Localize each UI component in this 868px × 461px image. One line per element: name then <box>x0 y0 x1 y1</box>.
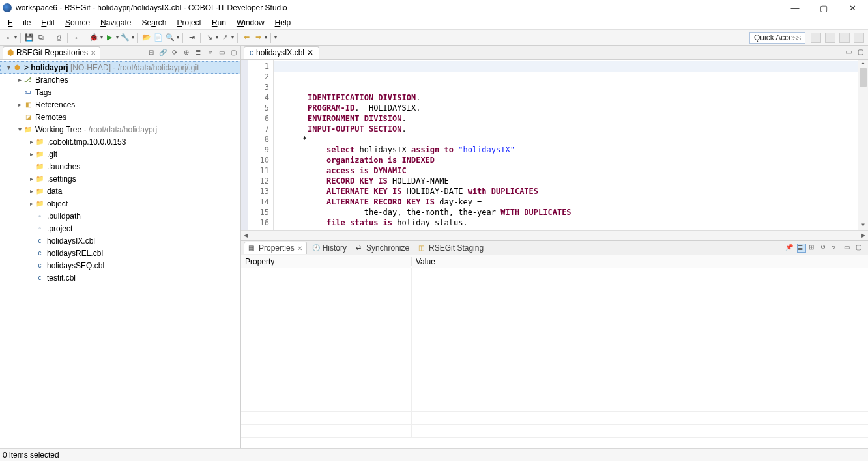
property-row[interactable] <box>241 281 868 294</box>
code-content[interactable]: IDENTIFICATION DIVISION.PROGRAM-ID. HOLI… <box>274 60 858 230</box>
categories-button[interactable]: ≣ <box>797 244 806 253</box>
search-dropdown[interactable]: ▾ <box>177 35 179 40</box>
tree-item[interactable]: cholidaysREL.cbl <box>0 247 240 259</box>
expander-icon[interactable]: ▾ <box>16 126 23 133</box>
expander-icon[interactable]: ▸ <box>16 76 23 83</box>
tree-tags[interactable]: ▸ 🏷 Tags <box>0 86 240 98</box>
view-action-1[interactable]: ⟳ <box>170 48 179 57</box>
col-property[interactable]: Property <box>241 257 412 266</box>
tree-remotes[interactable]: ▸ ◪ Remotes <box>0 111 240 123</box>
fold-column[interactable] <box>241 60 248 230</box>
open-perspective-button[interactable] <box>811 33 821 43</box>
expander-icon[interactable]: ▾ <box>5 64 12 71</box>
tree-item[interactable]: ▸📁data <box>0 185 240 197</box>
property-row[interactable] <box>241 385 868 398</box>
tree-item[interactable]: ▸📁object <box>0 197 240 210</box>
view-menu-button[interactable]: ▿ <box>832 244 841 253</box>
tab-history[interactable]: 🕘 History <box>308 242 351 254</box>
perspective-debug[interactable] <box>839 33 850 43</box>
prev-annotation-button[interactable]: ↗ <box>220 33 230 43</box>
menu-run[interactable]: Run <box>207 17 231 29</box>
tree-item[interactable]: ▸📁.launches <box>0 160 240 173</box>
close-window-button[interactable]: ✕ <box>845 0 860 16</box>
new-button[interactable]: ▫ <box>3 33 13 43</box>
print-button[interactable]: ⎙ <box>53 33 64 43</box>
maximize-button[interactable]: ▢ <box>816 0 832 16</box>
menu-file[interactable]: File <box>3 17 36 29</box>
minimize-view-button[interactable]: ▭ <box>844 244 853 253</box>
minimize-editor-button[interactable]: ▭ <box>846 48 855 57</box>
tree-item[interactable]: ctestit.cbl <box>0 272 240 284</box>
horizontal-scrollbar[interactable]: ◀ ▶ <box>241 230 868 240</box>
tree-item[interactable]: ▫.buildpath <box>0 210 240 222</box>
external-tools-dropdown[interactable]: ▾ <box>132 35 134 40</box>
tree-item[interactable]: cholidaysIX.cbl <box>0 234 240 247</box>
expander-icon[interactable]: ▸ <box>16 101 23 108</box>
menu-navigate[interactable]: Navigate <box>95 17 136 29</box>
save-all-button[interactable]: ⧉ <box>36 33 46 43</box>
tree-item[interactable]: ▸📁.settings <box>0 173 240 185</box>
menu-help[interactable]: Help <box>270 17 297 29</box>
indent-button[interactable]: ⇥ <box>186 33 197 43</box>
toggle-breakpoint-button[interactable]: ◦ <box>71 33 81 43</box>
col-value[interactable]: Value <box>412 257 868 266</box>
link-editor-button[interactable]: 🔗 <box>158 48 167 57</box>
forward-button[interactable]: ➡ <box>253 33 263 43</box>
menu-edit[interactable]: Edit <box>36 17 60 29</box>
collapse-all-button[interactable]: ⊟ <box>147 48 156 57</box>
open-type-button[interactable]: 📂 <box>141 33 152 43</box>
property-row[interactable] <box>241 412 868 425</box>
external-tools-button[interactable]: 🔧 <box>120 33 130 43</box>
property-row[interactable] <box>241 359 868 372</box>
back-button[interactable]: ⬅ <box>241 33 252 43</box>
property-row[interactable] <box>241 320 868 333</box>
property-row[interactable] <box>241 372 868 385</box>
close-tab-icon[interactable]: ✕ <box>91 49 96 57</box>
scroll-right-arrow[interactable]: ▶ <box>861 232 865 238</box>
property-row[interactable] <box>241 268 868 281</box>
scroll-down-arrow[interactable]: ▼ <box>858 222 868 230</box>
maximize-view-button[interactable]: ▢ <box>229 48 238 57</box>
minimize-button[interactable]: — <box>787 0 803 16</box>
repo-tree[interactable]: ▾ ⬢ > holidayprj [NO-HEAD] - /root/data/… <box>0 60 240 448</box>
tree-item[interactable]: ▫.project <box>0 222 240 234</box>
scroll-up-arrow[interactable]: ▲ <box>858 60 868 68</box>
code-editor[interactable]: 12345678910111213141516 IDENTIFICATION D… <box>241 60 868 230</box>
perspective-git[interactable] <box>854 33 864 43</box>
new-dropdown[interactable]: ▾ <box>14 35 17 40</box>
debug-dropdown[interactable]: ▾ <box>100 35 103 40</box>
property-row[interactable] <box>241 294 868 307</box>
menu-search[interactable]: Search <box>136 17 171 29</box>
close-tab-icon[interactable]: ✕ <box>297 245 302 252</box>
restore-defaults-button[interactable]: ↺ <box>820 244 830 253</box>
perspective-dropdown[interactable]: ▾ <box>274 35 277 40</box>
hierarchy-button[interactable]: ≣ <box>194 48 203 57</box>
menu-source[interactable]: Source <box>60 17 95 29</box>
tree-branches[interactable]: ▸ ⎇ Branches <box>0 74 240 86</box>
debug-button[interactable]: 🐞 <box>89 33 99 43</box>
tree-item[interactable]: ▸📁.cobolit.tmp.10.0.0.153 <box>0 135 240 148</box>
tab-rsegit-staging[interactable]: ◫ RSEGit Staging <box>414 242 487 254</box>
scroll-left-arrow[interactable]: ◀ <box>244 232 248 238</box>
tree-item[interactable]: ▸📁.git <box>0 148 240 160</box>
menu-window[interactable]: Window <box>231 17 270 29</box>
pin-button[interactable]: 📌 <box>785 244 794 253</box>
tree-repo-root[interactable]: ▾ ⬢ > holidayprj [NO-HEAD] - /root/data/… <box>0 61 240 74</box>
tree-item[interactable]: cholidaysSEQ.cbl <box>0 259 240 272</box>
view-menu-button[interactable]: ▿ <box>205 48 214 57</box>
close-tab-icon[interactable]: ✕ <box>307 48 313 57</box>
tab-rsegit-repositories[interactable]: ⬢ RSEGit Repositories ✕ <box>3 46 100 59</box>
property-row[interactable] <box>241 307 868 320</box>
tab-synchronize[interactable]: ⇄ Synchronize <box>352 242 413 254</box>
property-row[interactable] <box>241 425 868 438</box>
filter-button[interactable]: ⊞ <box>809 244 818 253</box>
menu-project[interactable]: Project <box>172 17 207 29</box>
run-dropdown[interactable]: ▾ <box>116 35 119 40</box>
maximize-view-button[interactable]: ▢ <box>856 244 865 253</box>
view-action-2[interactable]: ⊕ <box>182 48 191 57</box>
property-row[interactable] <box>241 346 868 359</box>
run-button[interactable]: ▶ <box>104 33 115 43</box>
tree-working-tree[interactable]: ▾ 📁 Working Tree - /root/data/holidayprj <box>0 123 240 135</box>
maximize-editor-button[interactable]: ▢ <box>858 48 867 57</box>
perspective-cobol[interactable] <box>825 33 835 43</box>
